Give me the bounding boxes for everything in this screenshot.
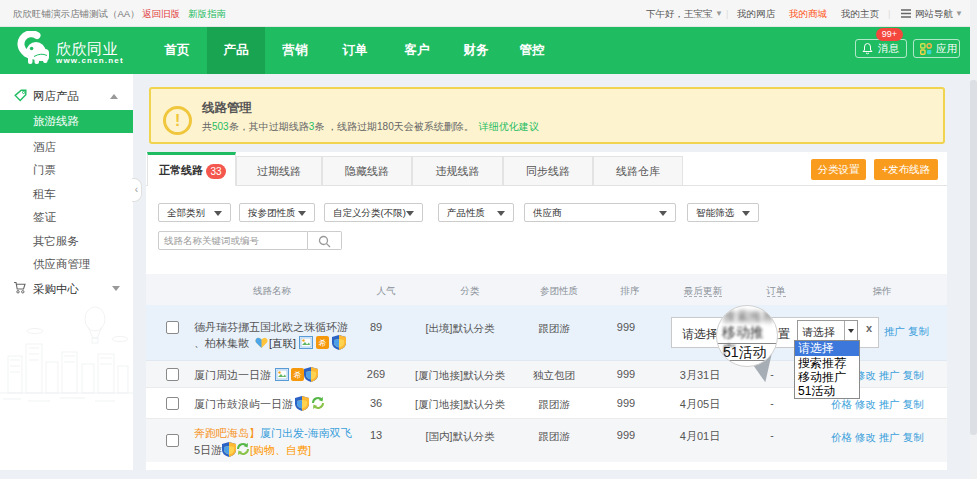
svg-text:希: 希 [319,339,327,348]
svg-text:希: 希 [294,371,302,380]
